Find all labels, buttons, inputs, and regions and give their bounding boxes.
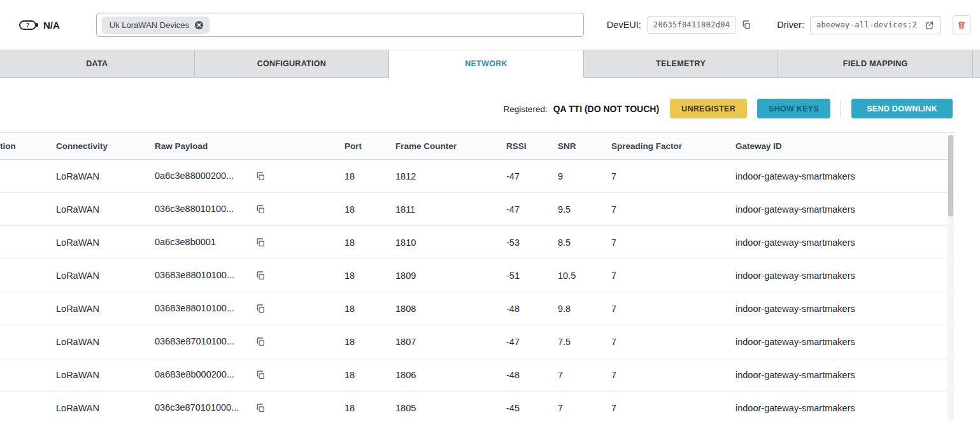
copy-payload-icon[interactable]: [255, 204, 266, 215]
frame-counter-cell: 1808: [395, 292, 506, 325]
spreading-factor-cell: 7: [611, 358, 735, 392]
table-row[interactable]: LoRaWAN036c3e870101000...181805-4577indo…: [0, 392, 955, 424]
chip-close-icon[interactable]: [194, 20, 204, 30]
raw-payload-value: 03683e87010100...: [155, 336, 250, 346]
driver-value: abeeway-all-devices:2: [816, 20, 917, 29]
gateway-id-cell: indoor-gateway-smartmakers: [735, 358, 955, 392]
tab-field-mapping[interactable]: FIELD MAPPING: [778, 50, 973, 78]
copy-payload-icon[interactable]: [255, 171, 266, 181]
port-cell: 18: [344, 392, 395, 424]
gateway-id-cell: indoor-gateway-smartmakers: [735, 292, 955, 325]
table-row[interactable]: LoRaWAN03683e88010100...181808-489.87ind…: [0, 292, 955, 325]
snr-cell: 9.5: [558, 193, 611, 226]
connectivity-cell: LoRaWAN: [56, 358, 155, 392]
gateway-id-cell: indoor-gateway-smartmakers: [735, 193, 955, 226]
column-header: Spreading Factor: [611, 133, 735, 160]
rssi-cell: -51: [506, 259, 558, 292]
copy-deveui-button[interactable]: [740, 18, 753, 31]
spreading-factor-cell: 7: [611, 193, 735, 226]
snr-cell: 8.5: [558, 226, 611, 259]
tab-network[interactable]: NETWORK: [389, 50, 584, 78]
copy-payload-icon[interactable]: [255, 403, 266, 413]
filter-chip[interactable]: Uk LoraWAN Devices: [102, 17, 209, 34]
show-keys-button[interactable]: SHOW KEYS: [757, 99, 830, 118]
port-cell: 18: [344, 193, 395, 226]
tab-configuration[interactable]: CONFIGURATION: [195, 50, 390, 78]
port-cell: 18: [344, 226, 395, 259]
table-row[interactable]: LoRaWAN0a683e8b000200...181806-4877indoo…: [0, 358, 955, 392]
rssi-cell: -47: [506, 325, 558, 358]
snr-cell: 9.8: [558, 292, 611, 325]
device-group-filter-input[interactable]: Uk LoraWAN Devices: [96, 13, 584, 37]
column-header: Raw Payload: [155, 133, 344, 160]
snr-cell: 10.5: [558, 259, 611, 292]
station-cell: [0, 226, 56, 259]
port-cell: 18: [344, 358, 395, 392]
copy-payload-icon[interactable]: [255, 370, 266, 380]
trash-icon: [957, 20, 966, 30]
uplink-table: tionConnectivityRaw PayloadPortFrame Cou…: [0, 132, 955, 424]
table-row[interactable]: LoRaWAN0a6c3e8b0001181810-538.57indoor-g…: [0, 226, 955, 259]
table-scrollbar[interactable]: [948, 134, 954, 421]
gateway-id-cell: indoor-gateway-smartmakers: [735, 392, 955, 424]
network-tab-content: Registered: QA TTI (DO NOT TOUCH) UNREGI…: [0, 78, 980, 424]
station-cell: [0, 325, 56, 358]
raw-payload-cell: 0a6c3e88000200...: [155, 160, 344, 193]
tab-telemetry[interactable]: TELEMETRY: [584, 50, 779, 78]
table-row[interactable]: LoRaWAN03683e87010100...181807-477.57ind…: [0, 325, 955, 358]
spreading-factor-cell: 7: [611, 292, 735, 325]
table-row[interactable]: LoRaWAN0a6c3e88000200...181812-4797indoo…: [0, 160, 955, 193]
raw-payload-cell: 036c3e88010100...: [155, 193, 344, 226]
station-cell: [0, 358, 56, 392]
station-cell: [0, 160, 56, 193]
tab-data[interactable]: DATA: [0, 50, 195, 78]
send-downlink-button[interactable]: SEND DOWNLINK: [851, 99, 953, 118]
registration-actions: Registered: QA TTI (DO NOT TOUCH) UNREGI…: [0, 78, 980, 118]
filter-chip-label: Uk LoraWAN Devices: [110, 20, 189, 30]
rssi-cell: -47: [506, 193, 558, 226]
connectivity-cell: LoRaWAN: [56, 292, 155, 325]
column-header: tion: [0, 133, 56, 160]
device-header: ? N/A Uk LoraWAN Devices DevEUI: 20635f0…: [0, 0, 980, 50]
raw-payload-value: 036c3e870101000...: [155, 402, 250, 413]
tab-bar-filler: [973, 50, 980, 78]
delete-device-button[interactable]: [953, 15, 970, 34]
spreading-factor-cell: 7: [611, 226, 735, 259]
battery-question-glyph: ?: [26, 22, 30, 28]
raw-payload-cell: 03683e87010100...: [155, 325, 344, 358]
frame-counter-cell: 1809: [395, 259, 506, 292]
scrollbar-thumb[interactable]: [948, 135, 953, 216]
unregister-button[interactable]: UNREGISTER: [670, 99, 747, 118]
copy-payload-icon[interactable]: [255, 304, 266, 314]
external-link-icon[interactable]: [925, 20, 934, 30]
station-cell: [0, 292, 56, 325]
frame-counter-cell: 1806: [395, 358, 506, 392]
station-cell: [0, 392, 56, 424]
battery-status-label: N/A: [43, 20, 60, 31]
driver-label: Driver:: [777, 20, 804, 30]
connectivity-cell: LoRaWAN: [56, 392, 155, 424]
spreading-factor-cell: 7: [611, 160, 735, 193]
deveui-value: 20635f0411002d04: [647, 16, 736, 34]
registered-value: QA TTI (DO NOT TOUCH): [553, 104, 659, 114]
spreading-factor-cell: 7: [611, 259, 735, 292]
raw-payload-cell: 03683e88010100...: [155, 292, 344, 325]
copy-payload-icon[interactable]: [255, 337, 266, 347]
battery-unknown-icon: ?: [19, 20, 36, 30]
column-header: Gateway ID: [735, 133, 955, 160]
table-row[interactable]: LoRaWAN036c3e88010100...181811-479.57ind…: [0, 193, 955, 226]
rssi-cell: -47: [506, 160, 558, 193]
copy-payload-icon[interactable]: [255, 237, 266, 248]
rssi-cell: -48: [506, 358, 558, 392]
connectivity-cell: LoRaWAN: [56, 325, 155, 358]
column-header: SNR: [558, 133, 611, 160]
frame-counter-cell: 1811: [395, 193, 506, 226]
column-header: RSSI: [506, 133, 558, 160]
copy-payload-icon[interactable]: [255, 271, 266, 281]
registered-label: Registered:: [504, 104, 548, 114]
raw-payload-value: 036c3e88010100...: [155, 204, 250, 214]
frame-counter-cell: 1812: [395, 160, 506, 193]
gateway-id-cell: indoor-gateway-smartmakers: [735, 325, 955, 358]
table-row[interactable]: LoRaWAN03683e88010100...181809-5110.57in…: [0, 259, 955, 292]
frame-counter-cell: 1807: [395, 325, 506, 358]
